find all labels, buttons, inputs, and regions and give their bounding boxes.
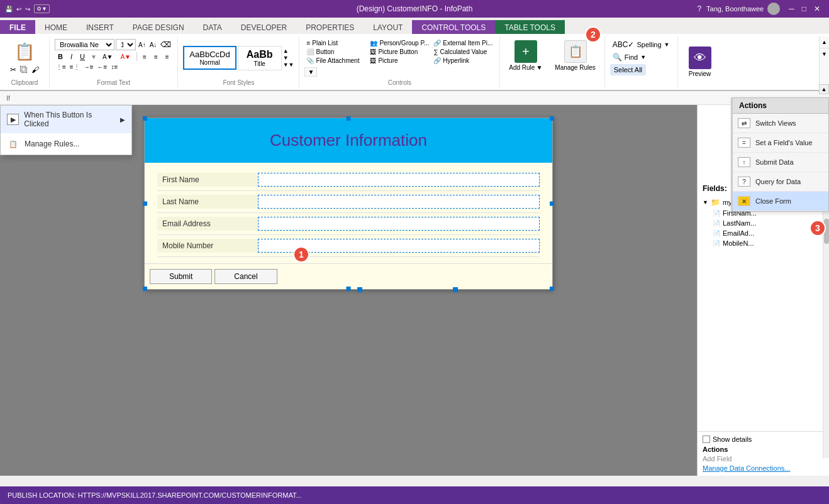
indent-icon[interactable]: →≡ <box>82 63 95 71</box>
align-left-button[interactable]: ≡ <box>140 52 150 62</box>
tab-properties[interactable]: PROPERTIES <box>296 20 364 34</box>
spelling-button[interactable]: ABC✓ Spelling ▼ <box>610 39 672 50</box>
control-button[interactable]: ⬜ Button <box>304 48 367 56</box>
badge-3: 3 <box>810 220 826 236</box>
form-header: Customer Information <box>145 118 552 163</box>
font-name-select[interactable]: Browallia Ne <box>55 39 114 50</box>
styles-scroll[interactable]: ▲ ▼ ▼▼ <box>283 48 294 68</box>
clear-format-icon[interactable]: ⌫ <box>159 40 172 50</box>
help-icon[interactable]: ? <box>697 4 701 13</box>
manage-connections-link[interactable]: Manage Data Connections... <box>703 464 824 472</box>
tab-pagedesign[interactable]: PAGE DESIGN <box>123 20 194 34</box>
control-fileattachment[interactable]: 📎 File Attachment <box>304 57 367 65</box>
list-outdent-icon[interactable]: ≡⋮ <box>69 63 81 71</box>
show-details-row: Show details <box>703 436 824 443</box>
spelling-icon: ABC✓ <box>613 40 635 49</box>
outdent-icon[interactable]: ←≡ <box>96 63 109 71</box>
externalitem-icon: 🔗 <box>433 40 441 47</box>
form-row-lastname: Last Name <box>157 191 540 213</box>
form-title: Customer Information <box>157 131 540 150</box>
list-indent-icon[interactable]: ⋮≡ <box>55 63 67 71</box>
italic-button[interactable]: I <box>67 52 75 62</box>
increase-font-icon[interactable]: A↑ <box>137 41 147 49</box>
right-panel-scrollbar[interactable] <box>823 206 829 458</box>
action-submit-data[interactable]: ↑ Submit Data <box>733 153 828 172</box>
font-controls: Browallia Ne 10 A↑ A↓ ⌫ B I U ▼ <box>55 39 172 71</box>
switch-views-icon: ⇄ <box>738 118 750 128</box>
tab-tabletools[interactable]: TABLE TOOLS <box>495 20 565 34</box>
redo-icon[interactable]: ↪ <box>25 6 30 13</box>
highlight-button[interactable]: A▼ <box>99 52 116 62</box>
underline-button[interactable]: U <box>77 52 88 62</box>
cut-button[interactable]: ✂ <box>9 64 18 75</box>
control-externalitem[interactable]: 🔗 External Item Pi... <box>431 39 494 47</box>
align-right-button[interactable]: ≡ <box>162 52 172 62</box>
field-icon-3: 📄 <box>713 230 720 237</box>
show-details-checkbox[interactable] <box>703 436 710 443</box>
restore-button[interactable]: □ <box>798 3 810 14</box>
align-center-button[interactable]: ≡ <box>151 52 161 62</box>
search-quick-icon[interactable]: ⚙▼ <box>34 4 50 13</box>
title-icons: 💾 ↩ ↪ ⚙▼ <box>5 4 50 13</box>
root-expand-icon[interactable]: ▼ <box>703 199 708 205</box>
email-label: Email Address <box>157 217 258 231</box>
collapse-ribbon-button[interactable]: ▲ <box>819 84 829 94</box>
action-switch-views[interactable]: ⇄ Switch Views <box>733 114 828 133</box>
minimize-button[interactable]: ─ <box>785 3 798 14</box>
ribbon-group-clipboard: 📋 ✂ ⿻ 🖌 Clipboard <box>0 36 50 87</box>
action-query-data[interactable]: ? Query for Data <box>733 172 828 192</box>
firstname-input[interactable] <box>258 173 540 187</box>
line-spacing-icon[interactable]: ↕≡ <box>109 63 119 71</box>
style-title[interactable]: AaBb Title <box>238 46 282 70</box>
button-icon: ⬜ <box>306 48 314 55</box>
control-hyperlink[interactable]: 🔗 Hyperlink <box>431 57 494 65</box>
action-close-form[interactable]: ✕ Close Form <box>733 192 828 211</box>
close-button[interactable]: ✕ <box>810 3 824 14</box>
addrule-arrow-icon: ▼ <box>536 64 542 71</box>
ribbon-scroll-up[interactable]: ▲ <box>820 36 829 48</box>
control-picturebutton[interactable]: 🖼 Picture Button <box>368 48 431 56</box>
manage-rules-button[interactable]: 📋 Manage Rules <box>551 39 599 72</box>
tab-controltools[interactable]: CONTROL TOOLS <box>412 20 495 34</box>
lastname-input[interactable] <box>258 195 540 209</box>
tab-layout[interactable]: LAYOUT <box>364 20 412 34</box>
font-color-button[interactable]: A▼ <box>117 52 134 62</box>
control-plainlist[interactable]: ≡ Plain List <box>304 39 367 47</box>
action-set-field-value[interactable]: = Set a Field's Value <box>733 133 828 153</box>
tab-home[interactable]: HOME <box>35 20 77 34</box>
tab-file[interactable]: FILE <box>0 20 35 34</box>
format-painter-button[interactable]: 🖌 <box>30 64 40 75</box>
if-bar: If <box>0 91 829 105</box>
find-button[interactable]: 🔍 Find ▼ <box>610 52 648 63</box>
select-all-button[interactable]: Select All <box>610 64 646 75</box>
controls-expand-icon[interactable]: ▼ <box>304 67 317 77</box>
persongroup-icon: 👥 <box>370 40 377 47</box>
add-rule-button[interactable]: + Add Rule ▼ <box>505 39 546 72</box>
bold-button[interactable]: B <box>55 52 66 62</box>
ribbon-scroll-down[interactable]: ▼ <box>820 48 829 60</box>
paste-button[interactable]: 📋 <box>13 41 36 63</box>
decrease-font-icon[interactable]: A↓ <box>148 41 159 49</box>
email-input[interactable] <box>258 217 540 231</box>
preview-button[interactable]: 👁 Preview <box>684 44 716 80</box>
submit-button[interactable]: Submit <box>150 269 212 284</box>
status-bar: PUBLISH LOCATION: HTTPS://MVPSKILL2017.S… <box>0 486 829 504</box>
picturebutton-icon: 🖼 <box>370 48 376 55</box>
font-size-select[interactable]: 10 <box>116 39 136 50</box>
tab-developer[interactable]: DEVELOPER <box>231 20 296 34</box>
tab-insert[interactable]: INSERT <box>77 20 123 34</box>
undo-icon[interactable]: ↩ <box>16 6 21 13</box>
copy-button[interactable]: ⿻ <box>19 64 29 75</box>
app-title: (Design) CustomerINFO - InfoPath <box>357 4 473 13</box>
control-persongroup[interactable]: 👥 Person/Group P... <box>368 39 431 47</box>
style-normal[interactable]: AaBbCcDd Normal <box>183 46 236 70</box>
control-calculated[interactable]: ∑ Calculated Value <box>431 48 494 56</box>
cancel-button[interactable]: Cancel <box>214 269 277 284</box>
fileattachment-icon: 📎 <box>306 57 314 64</box>
tab-data[interactable]: DATA <box>194 20 231 34</box>
rules-label <box>504 85 601 86</box>
add-field-button[interactable]: Add Field <box>703 455 824 463</box>
control-picture[interactable]: 🖼 Picture <box>368 57 431 65</box>
save-icon[interactable]: 💾 <box>5 6 13 13</box>
title-bar: 💾 ↩ ↪ ⚙▼ (Design) CustomerINFO - InfoPat… <box>0 0 829 18</box>
